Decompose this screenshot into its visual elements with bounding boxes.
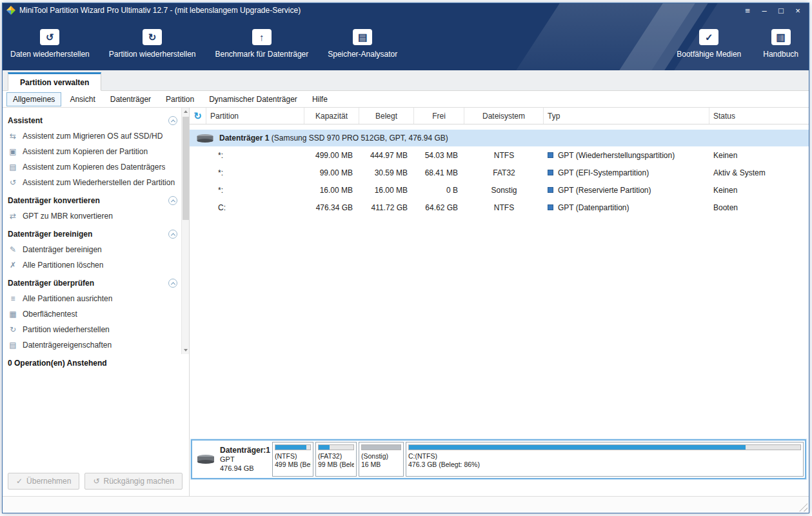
delete-all-partitions-icon: ✗	[8, 261, 17, 270]
sidebar-item-oberflaechentest[interactable]: ▦ Oberflächentest	[3, 306, 180, 322]
used-cell: 30.59 MB	[359, 168, 414, 177]
sidebar-item-partitionen-ausrichten[interactable]: ≡ Alle Partitionen ausrichten	[3, 291, 180, 306]
sidebar-item-copy-partition[interactable]: ▣ Assistent zum Kopieren der Partition	[3, 144, 180, 159]
menu-item-dynamischer-datentraeger[interactable]: Dynamischer Datenträger	[203, 92, 304, 106]
toolbar-item-label: Bootfähige Medien	[677, 50, 741, 59]
toolbar-item-benchmark[interactable]: ↑ Benchmark für Datenträger	[214, 26, 310, 61]
toolbar-item-daten-wiederherstellen[interactable]: ↺ Daten wiederherstellen	[9, 26, 91, 61]
diskmap-partition-efi[interactable]: (FAT32) 99 MB (Bele	[315, 442, 357, 477]
scroll-up-icon[interactable]	[182, 108, 189, 115]
column-header-status: Status	[709, 108, 809, 124]
minimize-icon[interactable]: –	[756, 4, 773, 17]
table-header: ↻ Partition Kapazität Belegt Frei Dateis…	[190, 108, 809, 124]
sidebar-item-migrate-os[interactable]: ⇆ Assistent zum Migrieren OS auf SSD/HD	[3, 128, 180, 144]
menu-item-allgemeines[interactable]: Allgemeines	[6, 92, 61, 106]
partition-block-fs: (NTFS)	[275, 452, 311, 461]
sidebar-item-datentraeger-bereinigen[interactable]: ✎ Datenträger bereinigen	[3, 242, 180, 257]
sidebar-section-assistent[interactable]: Assistent	[3, 113, 180, 128]
content: Assistent ⇆ Assistent zum Migrieren OS a…	[3, 108, 809, 496]
window-menu-icon[interactable]: ≡	[739, 4, 756, 17]
undo-button-label: Rückgängig machen	[104, 477, 174, 486]
sidebar-item-label: Assistent zum Wiederherstellen der Parti…	[23, 178, 175, 187]
disk-map-info[interactable]: Datenträger:1 GPT 476.94 GB	[192, 441, 271, 478]
sidebar-item-gpt-zu-mbr[interactable]: ⇄ GPT zu MBR konvertieren	[3, 208, 180, 224]
migrate-os-icon: ⇆	[8, 132, 17, 141]
maximize-icon[interactable]: □	[773, 4, 789, 17]
gpt-legend-square	[548, 187, 553, 193]
section-title: Assistent	[8, 116, 43, 125]
scroll-down-icon[interactable]	[182, 346, 189, 354]
toolbar-item-partition-wiederherstellen[interactable]: ↻ Partition wiederherstellen	[108, 26, 197, 61]
window-controls: ≡ – □ ×	[739, 4, 806, 17]
sidebar-item-datentraegereigenschaften[interactable]: ▤ Datenträgereigenschaften	[3, 337, 180, 353]
sidebar-scrollbar[interactable]	[181, 108, 189, 354]
disk-map-size: 476.94 GB	[220, 464, 270, 473]
sidebar-item-copy-disk[interactable]: ▤ Assistent zum Kopieren des Datenträger…	[3, 159, 180, 175]
used-cell: 411.72 GB	[359, 203, 414, 212]
used-cell: 16.00 MB	[359, 186, 414, 195]
menu-item-partition[interactable]: Partition	[159, 92, 201, 106]
sidebar-buttons: ✓ Übernehmen ↺ Rückgängig machen	[3, 468, 189, 496]
sidebar-item-restore-partition-wizard[interactable]: ↺ Assistent zum Wiederherstellen der Par…	[3, 175, 180, 190]
partition-name: C:	[206, 203, 304, 212]
resize-grip[interactable]	[799, 503, 807, 511]
scrollbar-thumb[interactable]	[183, 117, 189, 220]
main-panel: ↻ Partition Kapazität Belegt Frei Dateis…	[190, 108, 809, 496]
diskmap-partition-c[interactable]: C:(NTFS) 476.3 GB (Belegt: 86%)	[406, 442, 804, 477]
toolbar-left-group: ↺ Daten wiederherstellen ↻ Partition wie…	[9, 17, 399, 70]
sidebar-item-label: GPT zu MBR konvertieren	[23, 212, 113, 221]
collapse-chevron-icon[interactable]	[168, 116, 177, 125]
disk-map[interactable]: Datenträger:1 GPT 476.94 GB (NTFS) 499 M…	[191, 439, 806, 479]
collapse-chevron-icon[interactable]	[168, 279, 177, 288]
sidebar-section-datentraeger-bereinigen[interactable]: Datenträger bereinigen	[3, 226, 180, 242]
close-icon[interactable]: ×	[789, 4, 806, 17]
collapse-chevron-icon[interactable]	[168, 230, 177, 239]
collapse-chevron-icon[interactable]	[168, 196, 177, 205]
partition-row-reserved[interactable]: *: 16.00 MB 16.00 MB 0 B Sonstig GPT (Re…	[190, 181, 809, 199]
toolbar-right-group: ✓ Bootfähige Medien ▥ Handbuch	[675, 17, 800, 70]
sidebar-item-alle-partitionen-loeschen[interactable]: ✗ Alle Partitionen löschen	[3, 257, 180, 273]
toolbar-item-handbuch[interactable]: ▥ Handbuch	[762, 26, 800, 61]
menubar: Allgemeines Ansicht Datenträger Partitio…	[3, 91, 809, 108]
partition-row-c[interactable]: C: 476.34 GB 411.72 GB 64.62 GB NTFS GPT…	[190, 199, 809, 216]
sidebar-item-label: Assistent zum Migrieren OS auf SSD/HD	[23, 132, 163, 141]
wipe-disk-icon: ✎	[8, 245, 17, 254]
used-cell: 444.97 MB	[359, 151, 414, 160]
toolbar-item-label: Partition wiederherstellen	[109, 50, 196, 59]
filesystem-cell: NTFS	[464, 151, 544, 160]
menu-item-ansicht[interactable]: Ansicht	[63, 92, 101, 106]
sidebar-section-datentraeger-konvertieren[interactable]: Datenträger konvertieren	[3, 193, 180, 208]
disk-benchmark-icon: ↑	[252, 29, 272, 45]
apply-button[interactable]: ✓ Übernehmen	[8, 473, 79, 490]
menu-item-hilfe[interactable]: Hilfe	[306, 92, 334, 106]
partition-row-recovery[interactable]: *: 499.00 MB 444.97 MB 54.03 MB NTFS GPT…	[190, 146, 809, 164]
window-title: MiniTool Partition Wizard Pro Ultimativ …	[19, 6, 301, 15]
partition-block-size: 99 MB (Bele	[318, 461, 354, 469]
toolbar-item-speicher-analysator[interactable]: ▤ Speicher-Analysator	[326, 26, 399, 61]
sidebar-item-label: Assistent zum Kopieren der Partition	[23, 147, 148, 156]
toolbar-item-bootfaehige-medien[interactable]: ✓ Bootfähige Medien	[675, 26, 742, 61]
diskmap-partition-reserved[interactable]: (Sonstig) 16 MB	[359, 442, 404, 477]
disk-group-row[interactable]: Datenträger 1 (Samsung SSD 970 PRO 512GB…	[190, 130, 809, 146]
disk-properties-icon: ▤	[8, 341, 17, 350]
sidebar-item-partition-wiederherstellen[interactable]: ↻ Partition wiederherstellen	[3, 322, 180, 337]
restore-partition-icon: ↺	[8, 178, 17, 187]
bootable-media-icon: ✓	[699, 29, 718, 45]
tab-strip: Partition verwalten	[3, 70, 809, 91]
refresh-icon[interactable]: ↻	[190, 108, 206, 124]
tab-partition-verwalten[interactable]: Partition verwalten	[8, 72, 101, 91]
sidebar-section-datentraeger-ueberpruefen[interactable]: Datenträger überprüfen	[3, 275, 180, 291]
toolbar-item-label: Speicher-Analysator	[328, 50, 397, 59]
undo-button[interactable]: ↺ Rückgängig machen	[84, 473, 182, 490]
partition-recovery-icon: ↻	[143, 29, 162, 45]
diskmap-partition-recovery[interactable]: (NTFS) 499 MB (Bel	[272, 442, 313, 477]
filesystem-cell: NTFS	[464, 203, 544, 212]
partition-block-size: 499 MB (Bel	[275, 461, 311, 469]
menu-item-datentraeger[interactable]: Datenträger	[104, 92, 157, 106]
capacity-cell: 99.00 MB	[304, 168, 359, 177]
partition-row-efi[interactable]: *: 99.00 MB 30.59 MB 68.41 MB FAT32 GPT …	[190, 164, 809, 181]
column-header-dateisystem: Dateisystem	[464, 108, 544, 124]
toolbar: ↺ Daten wiederherstellen ↻ Partition wie…	[3, 17, 809, 70]
pending-operations-status: 0 Operation(en) Anstehend	[3, 354, 189, 370]
section-title: Datenträger bereinigen	[8, 230, 92, 239]
